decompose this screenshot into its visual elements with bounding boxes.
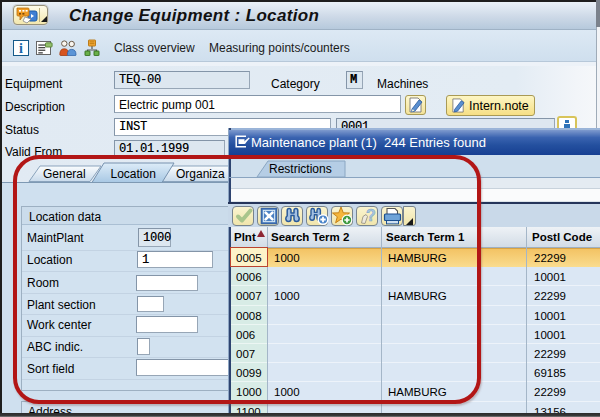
svg-text:i: i — [19, 41, 23, 56]
